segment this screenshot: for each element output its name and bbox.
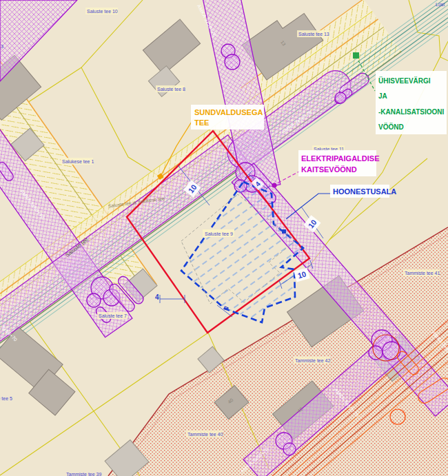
parcel-label: Saluste tee 10 xyxy=(87,9,118,14)
annotation-text: -KANALISATSIOONI xyxy=(378,108,445,116)
cable-marker-dot xyxy=(272,183,276,187)
annotation-elektri: ELEKTRIPAIGALDISE KAITSEVÖÖND xyxy=(298,150,379,176)
annotation-text: ÜHISVEEVÄRGI xyxy=(378,76,431,85)
dim-4-left: 4 xyxy=(155,293,159,301)
annotation-text: SUNDVALDUSEGA xyxy=(194,108,263,116)
parcel-label: Saluste tee 7 xyxy=(99,313,127,318)
map-canvas: 10 4 10 10 4 4 Saluste tee Saluste tee j… xyxy=(0,0,448,476)
annotation-veevark: ÜHISVEEVÄRGI JA -KANALISATSIOONI VÖÖND xyxy=(376,71,447,134)
cadastral-map: 10 4 10 10 4 4 Saluste tee Saluste tee j… xyxy=(0,0,448,476)
annotation-sundvaldusega: SUNDVALDUSEGA TEE xyxy=(191,105,264,130)
parcel-label: Saluste tee 9 xyxy=(205,231,233,236)
annotation-hoonestusala: HOONESTUSALA xyxy=(330,185,396,198)
parcel-label: Tammiste tee 42 xyxy=(295,358,330,363)
parcel-label: Saluste tee 5 xyxy=(0,396,12,401)
parcel-label-partial: 3 xyxy=(1,44,3,49)
annotation-text: ELEKTRIPAIGALDISE xyxy=(301,154,379,163)
annotation-text: HOONESTUSALA xyxy=(333,187,396,196)
parcel-label-partial: Lüst xyxy=(436,2,445,7)
water-marker-dot xyxy=(353,52,359,59)
parcel-label: Saluste tee 8 xyxy=(157,87,185,92)
parcel-label: Saluste tee 13 xyxy=(298,32,329,37)
annotation-text: KAITSEVÖÖND xyxy=(301,165,357,174)
parcel-label: Tammiste tee 40 xyxy=(187,432,223,437)
envelope-marker-dot xyxy=(282,229,286,234)
annotation-text: TEE xyxy=(194,118,209,127)
parcel-label: Tammiste tee 39 xyxy=(66,472,101,476)
annotation-text: VÖÖND xyxy=(378,123,404,131)
parcel-label: Tammiste tee 41 xyxy=(405,271,440,276)
annotation-text: JA xyxy=(378,92,387,100)
parcel-label: Salukese tee 1 xyxy=(62,159,94,164)
